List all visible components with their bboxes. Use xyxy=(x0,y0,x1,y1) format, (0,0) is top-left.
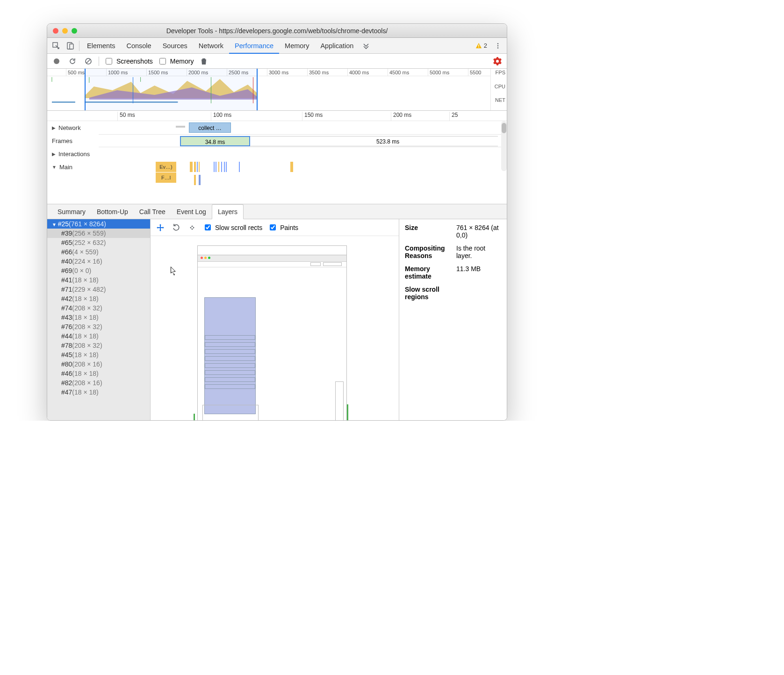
memory-checkbox[interactable]: Memory xyxy=(158,57,194,66)
flame-tick: 25 xyxy=(449,112,458,121)
screenshots-checkbox[interactable]: Screenshots xyxy=(104,57,153,66)
svg-rect-2 xyxy=(70,44,73,49)
overview-lane-labels: FPS CPU NET xyxy=(490,69,507,110)
svg-point-7 xyxy=(497,47,499,49)
layer-item[interactable]: #76(208 × 32) xyxy=(47,322,150,331)
layer-item[interactable]: #82(208 × 16) xyxy=(47,378,150,388)
flame-scrollbar[interactable] xyxy=(501,121,507,171)
layer-item[interactable]: #25(761 × 8264) xyxy=(47,219,150,229)
flame-chart[interactable]: 50 ms100 ms150 ms200 ms25 Network Frames… xyxy=(47,111,507,204)
performance-toolbar: Screenshots Memory xyxy=(47,54,507,69)
layer-item[interactable]: #41(18 × 18) xyxy=(47,275,150,285)
lane-frames[interactable]: Frames xyxy=(47,134,99,147)
main-event-1[interactable]: Ev…) xyxy=(156,162,176,172)
layer-item[interactable]: #69(0 × 0) xyxy=(47,266,150,275)
layer-item[interactable]: #42(18 × 18) xyxy=(47,294,150,303)
tab-console[interactable]: Console xyxy=(121,38,157,54)
warning-badge[interactable]: 2 xyxy=(472,42,491,49)
devtools-window: Developer Tools - https://developers.goo… xyxy=(47,23,507,421)
slow-scroll-label: Slow scroll rects xyxy=(215,224,262,231)
detail-tab-bottom-up[interactable]: Bottom-Up xyxy=(91,205,134,219)
frame-block-2[interactable]: 523.8 ms xyxy=(250,136,498,146)
overview-tick: 500 ms xyxy=(66,69,85,76)
clear-icon[interactable] xyxy=(83,56,94,67)
more-tabs-icon[interactable] xyxy=(359,39,373,53)
memory-label: Memory xyxy=(170,57,194,65)
overview-timeline[interactable]: 500 ms1000 ms1500 ms2000 ms2500 ms3000 m… xyxy=(47,69,507,111)
svg-rect-3 xyxy=(478,44,479,46)
svg-rect-16 xyxy=(158,227,163,228)
overview-tick: 4500 ms xyxy=(388,69,409,76)
layer-item[interactable]: #43(18 × 18) xyxy=(47,313,150,322)
tab-network[interactable]: Network xyxy=(193,38,229,54)
overview-tick: 4000 ms xyxy=(347,69,369,76)
devtools-tabstrip: ElementsConsoleSourcesNetworkPerformance… xyxy=(47,38,507,54)
tab-elements[interactable]: Elements xyxy=(81,38,121,54)
network-block[interactable]: collect … xyxy=(189,122,231,133)
flame-tick: 100 ms xyxy=(211,112,231,121)
settings-gear-icon[interactable] xyxy=(492,56,503,67)
layer-item[interactable]: #65(252 × 632) xyxy=(47,238,150,247)
frame-block-1[interactable]: 34.8 ms xyxy=(180,136,250,146)
layer-item[interactable]: #45(18 × 18) xyxy=(47,350,150,359)
layer-item[interactable]: #39(256 × 559) xyxy=(47,229,150,238)
details-tabs: SummaryBottom-UpCall TreeEvent LogLayers xyxy=(47,204,507,219)
paints-label: Paints xyxy=(280,224,298,231)
detail-tab-layers[interactable]: Layers xyxy=(212,204,244,219)
slow-scroll-checkbox[interactable]: Slow scroll rects xyxy=(203,223,262,232)
rotate-icon[interactable] xyxy=(171,223,181,233)
screenshots-label: Screenshots xyxy=(116,57,153,65)
tab-sources[interactable]: Sources xyxy=(157,38,193,54)
layer-item[interactable]: #47(18 × 18) xyxy=(47,388,150,397)
svg-rect-4 xyxy=(478,47,479,47)
layer-item[interactable]: #80(208 × 16) xyxy=(47,359,150,369)
detail-tab-summary[interactable]: Summary xyxy=(52,205,91,219)
pan-icon[interactable] xyxy=(155,223,165,233)
main-event-2[interactable]: F…l xyxy=(156,172,176,183)
overview-tick: 5500 xyxy=(468,69,481,76)
inspect-icon[interactable] xyxy=(49,39,63,53)
overview-tick: 3500 ms xyxy=(307,69,329,76)
detail-tab-call-tree[interactable]: Call Tree xyxy=(134,205,171,219)
flame-tick: 200 ms xyxy=(391,112,411,121)
flame-tick: 150 ms xyxy=(302,112,323,121)
svg-point-8 xyxy=(54,58,59,64)
titlebar: Developer Tools - https://developers.goo… xyxy=(47,24,507,38)
overview-tick: 5000 ms xyxy=(428,69,449,76)
layer-item[interactable]: #46(18 × 18) xyxy=(47,369,150,378)
lane-network[interactable]: Network xyxy=(47,121,99,134)
layer-tree[interactable]: #25(761 × 8264)#39(256 × 559)#65(252 × 6… xyxy=(47,219,150,420)
layer-canvas[interactable] xyxy=(151,236,399,420)
flame-tick: 50 ms xyxy=(117,112,135,121)
trash-icon[interactable] xyxy=(198,56,209,67)
reload-icon[interactable] xyxy=(67,56,78,67)
svg-rect-14 xyxy=(52,101,75,103)
paints-checkbox[interactable]: Paints xyxy=(268,223,298,232)
tab-application[interactable]: Application xyxy=(315,38,359,54)
tab-performance[interactable]: Performance xyxy=(229,38,279,54)
lane-interactions[interactable]: Interactions xyxy=(47,147,99,160)
layer-item[interactable]: #44(18 × 18) xyxy=(47,331,150,341)
svg-point-5 xyxy=(497,43,499,44)
layer-view: Slow scroll rects Paints xyxy=(150,219,399,420)
overview-tick: 3000 ms xyxy=(267,69,288,76)
lane-main[interactable]: Main xyxy=(47,160,99,173)
reset-view-icon[interactable] xyxy=(187,223,197,233)
layer-details: Size761 × 8264 (at 0,0) Compositing Reas… xyxy=(399,219,507,420)
record-icon[interactable] xyxy=(51,56,62,67)
window-title: Developer Tools - https://developers.goo… xyxy=(47,27,507,35)
tab-memory[interactable]: Memory xyxy=(279,38,315,54)
layer-item[interactable]: #66(4 × 559) xyxy=(47,247,150,257)
layer-item[interactable]: #71(229 × 482) xyxy=(47,285,150,294)
svg-point-6 xyxy=(497,45,499,46)
warning-count: 2 xyxy=(484,42,487,49)
layer-item[interactable]: #74(208 × 32) xyxy=(47,303,150,313)
layer-item[interactable]: #78(208 × 32) xyxy=(47,341,150,350)
kebab-menu-icon[interactable] xyxy=(491,39,505,53)
detail-tab-event-log[interactable]: Event Log xyxy=(171,205,212,219)
layer-item[interactable]: #40(224 × 16) xyxy=(47,257,150,266)
layers-panel: #25(761 × 8264)#39(256 × 559)#65(252 × 6… xyxy=(47,219,507,420)
device-toggle-icon[interactable] xyxy=(63,39,77,53)
